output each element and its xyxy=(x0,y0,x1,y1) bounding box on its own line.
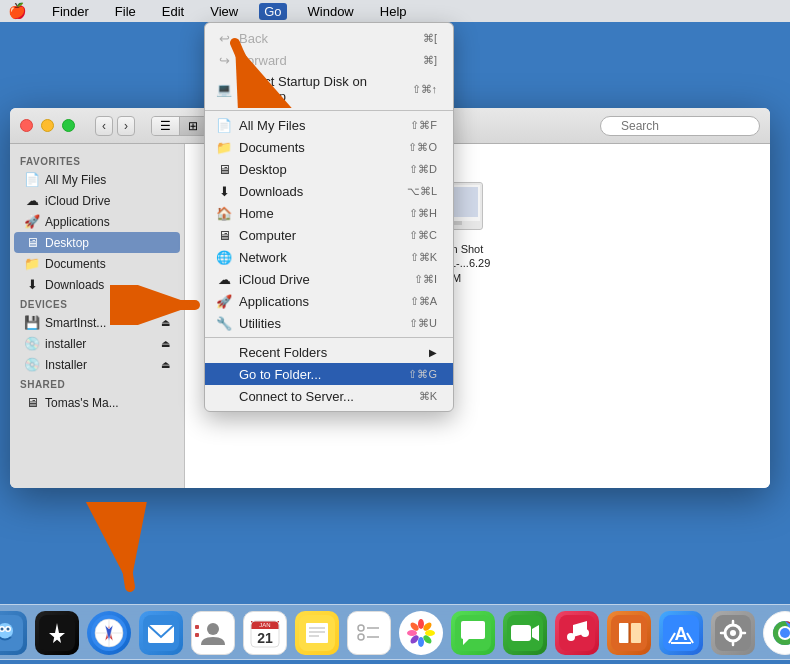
launchpad-dock-icon xyxy=(35,611,79,655)
dock-item-system-preferences[interactable] xyxy=(709,609,757,657)
svg-point-57 xyxy=(417,629,425,637)
all-my-files-sidebar-icon: 📄 xyxy=(24,172,40,187)
close-button[interactable] xyxy=(20,119,33,132)
menu-item-all-my-files[interactable]: 📄 All My Files ⇧⌘F xyxy=(205,114,453,136)
icon-view-button[interactable]: ⊞ xyxy=(180,117,206,135)
search-input[interactable] xyxy=(600,116,760,136)
list-view-button[interactable]: ☰ xyxy=(152,117,180,135)
sidebar-item-documents[interactable]: 📁 Documents xyxy=(14,253,180,274)
eject-smartinst[interactable]: ⏏ xyxy=(161,317,170,328)
dock-item-safari[interactable] xyxy=(85,609,133,657)
icloud-sidebar-icon: ☁ xyxy=(24,193,40,208)
go-dropdown-menu: ↩ Back ⌘[ ↪ Forward ⌘] 💻 Select Startup … xyxy=(204,22,454,412)
menubar-edit[interactable]: Edit xyxy=(157,3,189,20)
documents-icon: 📁 xyxy=(215,140,233,155)
menu-item-applications[interactable]: 🚀 Applications ⇧⌘A xyxy=(205,290,453,312)
downloads-icon: ⬇ xyxy=(215,184,233,199)
sidebar-item-applications[interactable]: 🚀 Applications xyxy=(14,211,180,232)
mail-dock-icon xyxy=(139,611,183,655)
maximize-button[interactable] xyxy=(62,119,75,132)
sidebar-item-desktop[interactable]: 🖥 Desktop xyxy=(14,232,180,253)
messages-dock-icon xyxy=(451,611,495,655)
menu-item-forward[interactable]: ↪ Forward ⌘] xyxy=(205,49,453,71)
music-dock-icon xyxy=(555,611,599,655)
arrow-dock xyxy=(75,502,155,606)
dock-item-contacts[interactable] xyxy=(189,609,237,657)
svg-point-17 xyxy=(7,628,10,631)
dock-item-photos[interactable] xyxy=(397,609,445,657)
menu-item-startup-disk[interactable]: 💻 Select Startup Disk on Desktop ⇧⌘↑ xyxy=(205,71,453,107)
dock-item-messages[interactable] xyxy=(449,609,497,657)
menu-item-connect-to-server[interactable]: Connect to Server... ⌘K xyxy=(205,385,453,407)
contacts-dock-icon xyxy=(191,611,235,655)
back-nav-button[interactable]: ‹ xyxy=(95,116,113,136)
dock-item-music[interactable] xyxy=(553,609,601,657)
menu-item-desktop[interactable]: 🖥 Desktop ⇧⌘D xyxy=(205,158,453,180)
menu-item-downloads[interactable]: ⬇ Downloads ⌥⌘L xyxy=(205,180,453,202)
sidebar-item-downloads[interactable]: ⬇ Downloads xyxy=(14,274,180,295)
dock-item-chrome[interactable] xyxy=(761,609,790,657)
startup-disk-icon: 💻 xyxy=(215,82,232,97)
dock: 21 JAN xyxy=(0,604,790,660)
menubar-finder[interactable]: Finder xyxy=(47,3,94,20)
menubar-go[interactable]: Go xyxy=(259,3,286,20)
menubar-window[interactable]: Window xyxy=(303,3,359,20)
forward-icon: ↪ xyxy=(215,53,233,68)
sidebar-item-installer-upper[interactable]: 💿 Installer ⏏ xyxy=(14,354,180,375)
sidebar-item-icloud-drive[interactable]: ☁ iCloud Drive xyxy=(14,190,180,211)
menu-item-utilities[interactable]: 🔧 Utilities ⇧⌘U xyxy=(205,312,453,334)
dock-item-mail[interactable] xyxy=(137,609,185,657)
svg-point-55 xyxy=(407,630,417,636)
menubar-file[interactable]: File xyxy=(110,3,141,20)
menu-item-home[interactable]: 🏠 Home ⇧⌘H xyxy=(205,202,453,224)
safari-dock-icon xyxy=(87,611,131,655)
menu-item-documents[interactable]: 📁 Documents ⇧⌘O xyxy=(205,136,453,158)
dock-item-launchpad[interactable] xyxy=(33,609,81,657)
menu-item-network[interactable]: 🌐 Network ⇧⌘K xyxy=(205,246,453,268)
svg-rect-43 xyxy=(351,615,387,651)
dock-item-reminders[interactable] xyxy=(345,609,393,657)
finder-dock-icon xyxy=(0,611,27,655)
apple-logo[interactable]: 🍎 xyxy=(8,2,27,20)
network-icon: 🌐 xyxy=(215,250,233,265)
notes-dock-icon xyxy=(295,611,339,655)
utilities-icon: 🔧 xyxy=(215,316,233,331)
installer-upper-icon: 💿 xyxy=(24,357,40,372)
sidebar-item-installer-lower[interactable]: 💿 installer ⏏ xyxy=(14,333,180,354)
sidebar-item-smartinst[interactable]: 💾 SmartInst... ⏏ xyxy=(14,312,180,333)
minimize-button[interactable] xyxy=(41,119,54,132)
menu-item-go-to-folder[interactable]: Go to Folder... ⇧⌘G xyxy=(205,363,453,385)
svg-rect-66 xyxy=(619,623,629,643)
menu-item-icloud-drive[interactable]: ☁ iCloud Drive ⇧⌘I xyxy=(205,268,453,290)
menu-item-back[interactable]: ↩ Back ⌘[ xyxy=(205,27,453,49)
dock-item-finder[interactable] xyxy=(0,609,29,657)
applications-sidebar-icon: 🚀 xyxy=(24,214,40,229)
dock-item-calendar[interactable]: 21 JAN xyxy=(241,609,289,657)
icloud-drive-icon: ☁ xyxy=(215,272,233,287)
dock-item-notes[interactable] xyxy=(293,609,341,657)
smartinst-icon: 💾 xyxy=(24,315,40,330)
dock-item-facetime[interactable] xyxy=(501,609,549,657)
separator-2 xyxy=(205,337,453,338)
documents-sidebar-icon: 📁 xyxy=(24,256,40,271)
sidebar-item-tomas[interactable]: 🖥 Tomas's Ma... xyxy=(14,392,180,413)
favorites-label: Favorites xyxy=(10,152,184,169)
menu-item-recent-folders[interactable]: Recent Folders ▶ xyxy=(205,341,453,363)
svg-rect-31 xyxy=(195,633,199,637)
dock-item-books[interactable] xyxy=(605,609,653,657)
view-mode-buttons: ☰ ⊞ xyxy=(151,116,207,136)
desktop-sidebar-icon: 🖥 xyxy=(24,235,40,250)
svg-text:21: 21 xyxy=(257,630,273,646)
shared-label: Shared xyxy=(10,375,184,392)
svg-point-51 xyxy=(425,630,435,636)
menu-item-computer[interactable]: 🖥 Computer ⇧⌘C xyxy=(205,224,453,246)
menubar-view[interactable]: View xyxy=(205,3,243,20)
dock-item-appstore[interactable]: A xyxy=(657,609,705,657)
chrome-dock-icon xyxy=(763,611,790,655)
svg-point-84 xyxy=(780,628,790,638)
forward-nav-button[interactable]: › xyxy=(117,116,135,136)
eject-installer-lower[interactable]: ⏏ xyxy=(161,338,170,349)
eject-installer-upper[interactable]: ⏏ xyxy=(161,359,170,370)
sidebar-item-all-my-files[interactable]: 📄 All My Files xyxy=(14,169,180,190)
menubar-help[interactable]: Help xyxy=(375,3,412,20)
